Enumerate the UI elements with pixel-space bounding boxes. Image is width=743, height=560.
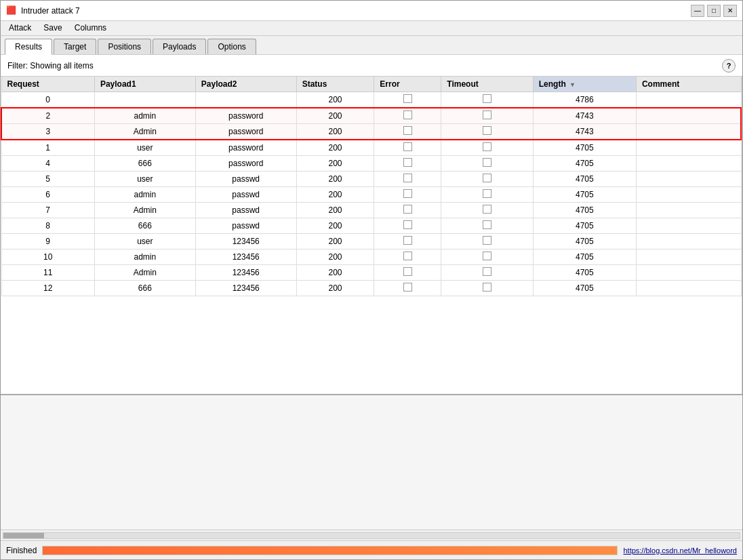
timeout-checkbox: [483, 236, 491, 245]
table-cell: [636, 203, 741, 218]
table-cell: 4705: [533, 234, 636, 249]
table-cell: 666: [94, 281, 195, 296]
col-payload1[interactable]: Payload1: [94, 77, 195, 92]
error-checkbox: [403, 189, 412, 198]
menu-attack[interactable]: Attack: [3, 22, 37, 34]
table-row[interactable]: 10admin1234562004705: [1, 249, 741, 265]
table-cell: admin: [94, 249, 195, 265]
col-comment[interactable]: Comment: [636, 77, 741, 92]
table-row[interactable]: 4666password2004705: [1, 156, 741, 172]
table-row[interactable]: 6adminpasswd2004705: [1, 187, 741, 203]
tab-positions[interactable]: Positions: [98, 39, 151, 54]
table-row[interactable]: 5userpasswd2004705: [1, 172, 741, 187]
maximize-button[interactable]: □: [707, 5, 721, 17]
timeout-checkbox: [483, 220, 491, 229]
h-scrollbar[interactable]: [1, 529, 742, 540]
table-row[interactable]: 1userpassword2004705: [1, 140, 741, 156]
error-checkbox: [403, 94, 412, 103]
col-length[interactable]: Length ▼: [533, 77, 636, 92]
table-cell: password: [195, 124, 296, 140]
table-cell: 200: [296, 172, 374, 187]
error-cell: [374, 281, 441, 296]
help-button[interactable]: ?: [722, 59, 736, 73]
table-cell: 3: [1, 124, 94, 140]
timeout-checkbox: [483, 174, 491, 182]
col-request[interactable]: Request: [1, 77, 94, 92]
table-row[interactable]: 2adminpassword2004743: [1, 108, 741, 124]
timeout-checkbox: [483, 158, 491, 167]
timeout-checkbox: [483, 283, 491, 292]
error-cell: [374, 234, 441, 249]
timeout-cell: [441, 249, 534, 265]
error-checkbox: [403, 236, 412, 245]
minimize-button[interactable]: —: [691, 5, 704, 17]
close-button[interactable]: ✕: [723, 5, 737, 17]
table-row[interactable]: 9user1234562004705: [1, 234, 741, 249]
table-container[interactable]: Request Payload1 Payload2 Status Error T…: [1, 77, 742, 394]
table-cell: password: [195, 156, 296, 172]
table-cell: 123456: [195, 249, 296, 265]
table-row[interactable]: 3Adminpassword2004743: [1, 124, 741, 140]
table-cell: passwd: [195, 172, 296, 187]
tab-target[interactable]: Target: [54, 39, 96, 54]
table-row[interactable]: 7Adminpasswd2004705: [1, 203, 741, 218]
table-cell: password: [195, 108, 296, 124]
results-table: Request Payload1 Payload2 Status Error T…: [1, 77, 742, 296]
status-text: Finished: [6, 546, 37, 555]
sort-arrow-icon: ▼: [569, 81, 576, 88]
table-cell: 4705: [533, 249, 636, 265]
timeout-checkbox: [483, 205, 491, 214]
table-cell: Admin: [94, 265, 195, 281]
table-cell: user: [94, 234, 195, 249]
table-cell: [636, 172, 741, 187]
timeout-cell: [441, 108, 534, 124]
table-cell: [636, 234, 741, 249]
title-bar-left: 🟥 Intruder attack 7: [6, 5, 80, 16]
table-cell: 666: [94, 218, 195, 234]
error-cell: [374, 124, 441, 140]
col-status[interactable]: Status: [296, 77, 374, 92]
timeout-checkbox: [483, 94, 491, 103]
error-checkbox: [403, 174, 412, 182]
table-row[interactable]: 126661234562004705: [1, 281, 741, 296]
timeout-cell: [441, 172, 534, 187]
table-row[interactable]: 02004786: [1, 92, 741, 108]
table-cell: 200: [296, 140, 374, 156]
error-cell: [374, 187, 441, 203]
table-wrapper: Request Payload1 Payload2 Status Error T…: [1, 77, 742, 394]
menu-bar: Attack Save Columns: [1, 21, 742, 36]
table-cell: [195, 92, 296, 108]
table-cell: 200: [296, 124, 374, 140]
table-cell: 4: [1, 156, 94, 172]
menu-save[interactable]: Save: [38, 22, 67, 34]
table-cell: 200: [296, 156, 374, 172]
h-scrollbar-thumb[interactable]: [3, 533, 44, 538]
table-cell: 4705: [533, 172, 636, 187]
error-cell: [374, 203, 441, 218]
error-checkbox: [403, 142, 412, 151]
table-row[interactable]: 8666passwd2004705: [1, 218, 741, 234]
title-bar: 🟥 Intruder attack 7 — □ ✕: [1, 1, 742, 21]
table-cell: passwd: [195, 218, 296, 234]
tab-results[interactable]: Results: [5, 39, 52, 55]
error-checkbox: [403, 267, 412, 276]
content-area: Request Payload1 Payload2 Status Error T…: [1, 77, 742, 540]
table-cell: 2: [1, 108, 94, 124]
col-timeout[interactable]: Timeout: [441, 77, 534, 92]
col-error[interactable]: Error: [374, 77, 441, 92]
tab-bar: Results Target Positions Payloads Option…: [1, 36, 742, 55]
table-cell: 11: [1, 265, 94, 281]
table-cell: [636, 218, 741, 234]
table-cell: 6: [1, 187, 94, 203]
timeout-checkbox: [483, 111, 491, 119]
table-cell: 4743: [533, 108, 636, 124]
table-row[interactable]: 11Admin1234562004705: [1, 265, 741, 281]
error-checkbox: [403, 252, 412, 260]
col-payload2[interactable]: Payload2: [195, 77, 296, 92]
menu-columns[interactable]: Columns: [69, 22, 112, 34]
table-cell: [636, 249, 741, 265]
tab-payloads[interactable]: Payloads: [153, 39, 206, 54]
tab-options[interactable]: Options: [207, 39, 256, 54]
status-url[interactable]: https://blog.csdn.net/Mr_helloword: [623, 546, 737, 555]
h-scrollbar-track[interactable]: [3, 532, 740, 539]
